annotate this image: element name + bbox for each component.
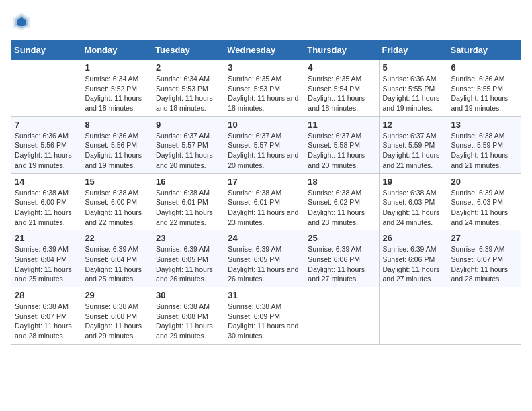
day-info: Sunrise: 6:39 AMSunset: 6:04 PMDaylight:…: [85, 244, 148, 284]
header-day: Saturday: [447, 41, 521, 60]
calendar-cell: [379, 287, 447, 345]
calendar-cell: 11Sunrise: 6:37 AMSunset: 5:58 PMDayligh…: [304, 116, 379, 173]
calendar-cell: [11, 60, 81, 117]
calendar-cell: 17Sunrise: 6:38 AMSunset: 6:01 PMDayligh…: [224, 173, 304, 230]
day-info: Sunrise: 6:38 AMSunset: 6:01 PMDaylight:…: [228, 188, 300, 228]
calendar-cell: 4Sunrise: 6:35 AMSunset: 5:54 PMDaylight…: [304, 60, 379, 117]
day-info: Sunrise: 6:38 AMSunset: 6:09 PMDaylight:…: [228, 302, 300, 341]
logo: [11, 11, 35, 32]
calendar-cell: 2Sunrise: 6:34 AMSunset: 5:53 PMDaylight…: [152, 60, 224, 117]
day-number: 22: [85, 233, 148, 243]
day-number: 13: [451, 120, 517, 130]
day-info: Sunrise: 6:39 AMSunset: 6:05 PMDaylight:…: [156, 244, 220, 284]
calendar-table: SundayMondayTuesdayWednesdayThursdayFrid…: [11, 40, 521, 345]
day-info: Sunrise: 6:36 AMSunset: 5:56 PMDaylight:…: [15, 131, 77, 171]
day-number: 25: [308, 233, 375, 243]
calendar-cell: 12Sunrise: 6:37 AMSunset: 5:59 PMDayligh…: [379, 116, 447, 173]
day-number: 24: [228, 233, 300, 243]
calendar-cell: 13Sunrise: 6:38 AMSunset: 5:59 PMDayligh…: [447, 116, 521, 173]
calendar-cell: 25Sunrise: 6:39 AMSunset: 6:06 PMDayligh…: [304, 230, 379, 287]
calendar-cell: 30Sunrise: 6:38 AMSunset: 6:08 PMDayligh…: [152, 287, 224, 345]
day-info: Sunrise: 6:39 AMSunset: 6:06 PMDaylight:…: [383, 244, 444, 284]
calendar-cell: 7Sunrise: 6:36 AMSunset: 5:56 PMDaylight…: [11, 116, 81, 173]
header-day: Thursday: [304, 41, 379, 60]
day-info: Sunrise: 6:38 AMSunset: 6:08 PMDaylight:…: [156, 302, 220, 341]
calendar-cell: 28Sunrise: 6:38 AMSunset: 6:07 PMDayligh…: [11, 287, 81, 345]
calendar-cell: 26Sunrise: 6:39 AMSunset: 6:06 PMDayligh…: [379, 230, 447, 287]
day-number: 28: [15, 290, 77, 300]
day-info: Sunrise: 6:39 AMSunset: 6:03 PMDaylight:…: [451, 188, 517, 228]
day-info: Sunrise: 6:38 AMSunset: 6:03 PMDaylight:…: [383, 188, 444, 228]
calendar-cell: 27Sunrise: 6:39 AMSunset: 6:07 PMDayligh…: [447, 230, 521, 287]
day-info: Sunrise: 6:38 AMSunset: 6:02 PMDaylight:…: [308, 188, 375, 228]
day-info: Sunrise: 6:38 AMSunset: 6:01 PMDaylight:…: [156, 188, 220, 228]
calendar-cell: 31Sunrise: 6:38 AMSunset: 6:09 PMDayligh…: [224, 287, 304, 345]
calendar-cell: 24Sunrise: 6:39 AMSunset: 6:05 PMDayligh…: [224, 230, 304, 287]
calendar-week-row: 14Sunrise: 6:38 AMSunset: 6:00 PMDayligh…: [11, 173, 521, 230]
calendar-cell: 22Sunrise: 6:39 AMSunset: 6:04 PMDayligh…: [81, 230, 152, 287]
calendar-cell: 16Sunrise: 6:38 AMSunset: 6:01 PMDayligh…: [152, 173, 224, 230]
calendar-cell: 15Sunrise: 6:38 AMSunset: 6:00 PMDayligh…: [81, 173, 152, 230]
day-info: Sunrise: 6:37 AMSunset: 5:58 PMDaylight:…: [308, 131, 375, 171]
day-number: 12: [383, 120, 444, 130]
day-info: Sunrise: 6:39 AMSunset: 6:05 PMDaylight:…: [228, 244, 300, 284]
day-number: 1: [85, 62, 148, 73]
day-info: Sunrise: 6:39 AMSunset: 6:04 PMDaylight:…: [15, 244, 77, 284]
header-day: Monday: [81, 41, 152, 60]
day-info: Sunrise: 6:34 AMSunset: 5:52 PMDaylight:…: [85, 74, 148, 113]
calendar-cell: 14Sunrise: 6:38 AMSunset: 6:00 PMDayligh…: [11, 173, 81, 230]
day-number: 3: [228, 62, 300, 73]
calendar-cell: 23Sunrise: 6:39 AMSunset: 6:05 PMDayligh…: [152, 230, 224, 287]
day-number: 27: [451, 233, 517, 243]
day-number: 2: [156, 62, 220, 73]
calendar-week-row: 1Sunrise: 6:34 AMSunset: 5:52 PMDaylight…: [11, 60, 521, 117]
day-info: Sunrise: 6:39 AMSunset: 6:07 PMDaylight:…: [451, 244, 517, 284]
calendar-week-row: 7Sunrise: 6:36 AMSunset: 5:56 PMDaylight…: [11, 116, 521, 173]
day-number: 10: [228, 120, 300, 130]
day-info: Sunrise: 6:38 AMSunset: 6:07 PMDaylight:…: [15, 302, 77, 341]
day-number: 14: [15, 177, 77, 187]
day-number: 15: [85, 177, 148, 187]
day-number: 4: [308, 62, 375, 73]
header: [11, 11, 521, 32]
day-info: Sunrise: 6:37 AMSunset: 5:57 PMDaylight:…: [156, 131, 220, 171]
day-info: Sunrise: 6:35 AMSunset: 5:54 PMDaylight:…: [308, 74, 375, 113]
header-day: Wednesday: [224, 41, 304, 60]
header-day: Friday: [379, 41, 447, 60]
day-info: Sunrise: 6:38 AMSunset: 6:00 PMDaylight:…: [15, 188, 77, 228]
day-number: 7: [15, 120, 77, 130]
calendar-cell: [447, 287, 521, 345]
day-info: Sunrise: 6:36 AMSunset: 5:55 PMDaylight:…: [383, 74, 444, 113]
calendar-week-row: 28Sunrise: 6:38 AMSunset: 6:07 PMDayligh…: [11, 287, 521, 345]
calendar-header: SundayMondayTuesdayWednesdayThursdayFrid…: [11, 41, 521, 60]
calendar-cell: 18Sunrise: 6:38 AMSunset: 6:02 PMDayligh…: [304, 173, 379, 230]
day-number: 26: [383, 233, 444, 243]
day-number: 5: [383, 62, 444, 73]
day-info: Sunrise: 6:37 AMSunset: 5:57 PMDaylight:…: [228, 131, 300, 171]
day-number: 19: [383, 177, 444, 187]
calendar-cell: 5Sunrise: 6:36 AMSunset: 5:55 PMDaylight…: [379, 60, 447, 117]
day-info: Sunrise: 6:38 AMSunset: 5:59 PMDaylight:…: [451, 131, 517, 171]
calendar-cell: 21Sunrise: 6:39 AMSunset: 6:04 PMDayligh…: [11, 230, 81, 287]
logo-icon: [11, 11, 32, 32]
calendar-cell: 19Sunrise: 6:38 AMSunset: 6:03 PMDayligh…: [379, 173, 447, 230]
day-number: 8: [85, 120, 148, 130]
day-number: 18: [308, 177, 375, 187]
day-number: 31: [228, 290, 300, 300]
calendar-cell: 6Sunrise: 6:36 AMSunset: 5:55 PMDaylight…: [447, 60, 521, 117]
day-info: Sunrise: 6:39 AMSunset: 6:06 PMDaylight:…: [308, 244, 375, 284]
day-info: Sunrise: 6:35 AMSunset: 5:53 PMDaylight:…: [228, 74, 300, 113]
day-number: 17: [228, 177, 300, 187]
day-number: 11: [308, 120, 375, 130]
day-number: 16: [156, 177, 220, 187]
day-info: Sunrise: 6:38 AMSunset: 6:08 PMDaylight:…: [85, 302, 148, 341]
day-number: 30: [156, 290, 220, 300]
day-info: Sunrise: 6:36 AMSunset: 5:56 PMDaylight:…: [85, 131, 148, 171]
day-number: 20: [451, 177, 517, 187]
calendar-cell: 9Sunrise: 6:37 AMSunset: 5:57 PMDaylight…: [152, 116, 224, 173]
calendar-cell: 29Sunrise: 6:38 AMSunset: 6:08 PMDayligh…: [81, 287, 152, 345]
calendar-cell: [304, 287, 379, 345]
header-day: Sunday: [11, 41, 81, 60]
calendar-cell: 3Sunrise: 6:35 AMSunset: 5:53 PMDaylight…: [224, 60, 304, 117]
day-number: 9: [156, 120, 220, 130]
